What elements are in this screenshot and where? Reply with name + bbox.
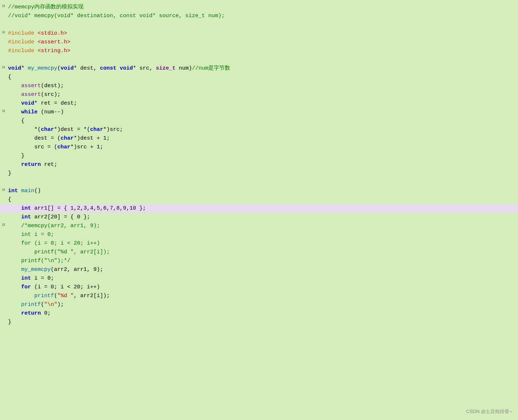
line-content-26: /*memcpy(arr2, arr1, 9); [7,222,514,230]
line-content-25: int arr2[20] = { 0 }; [7,213,514,222]
line-content-23: { [7,195,514,204]
code-line-22: int main() [0,187,518,195]
line-content-21 [7,178,514,187]
code-line-19: return ret; [0,160,518,169]
code-line-14: { [0,117,518,125]
code-line-23: { [0,195,518,204]
code-line-2: //void* memcpy(void* destination, const … [0,12,518,20]
line-content-34: printf("%d ", arr2[i]); [7,292,514,300]
code-line-31: my_memcpy(arr2, arr1, 9); [0,265,518,274]
code-line-1: //memcpy内存函数的模拟实现 [0,3,518,12]
fold-13[interactable] [0,108,7,115]
line-content-24: int arr1[] = { 1,2,3,4,5,6,7,8,9,10 }; [7,204,514,213]
code-line-5: #include <assert.h> [0,38,518,47]
fold-26[interactable] [0,222,7,229]
code-line-36: return 0; [0,309,518,318]
line-content-3 [7,20,514,29]
line-content-14: { [7,117,514,125]
line-content-16: dest = (char*)dest + 1; [7,134,514,143]
code-line-18: } [0,152,518,160]
code-line-33: for (i = 0; i < 20; i++) [0,283,518,292]
code-line-8: void* my_memcpy(void* dest, const void* … [0,64,518,73]
line-content-13: while (num--) [7,108,514,117]
code-line-10: assert(dest); [0,82,518,90]
line-content-11: assert(src); [7,90,514,99]
line-content-36: return 0; [7,309,514,318]
code-line-11: assert(src); [0,90,518,99]
line-content-12: void* ret = dest; [7,99,514,108]
line-content-32: int i = 0; [7,274,514,283]
code-line-37: } [0,318,518,327]
line-content-31: my_memcpy(arr2, arr1, 9); [7,265,514,274]
code-line-29: printf("%d ", arr2[i]); [0,248,518,257]
line-content-37: } [7,318,514,327]
code-line-28: for (i = 0; i < 20; i++) [0,239,518,248]
line-content-19: return ret; [7,160,514,169]
code-line-35: printf("\n"); [0,300,518,309]
fold-1[interactable] [0,3,7,10]
line-content-20: } [7,169,514,178]
code-line-6: #include <string.h> [0,47,518,55]
line-content-8: void* my_memcpy(void* dest, const void* … [7,64,514,73]
code-line-34: printf("%d ", arr2[i]); [0,292,518,300]
line-content-2: //void* memcpy(void* destination, const … [7,12,514,20]
code-line-26: /*memcpy(arr2, arr1, 9); [0,222,518,230]
code-line-17: src = (char*)src + 1; [0,143,518,152]
line-content-6: #include <string.h> [7,47,514,55]
line-content-35: printf("\n"); [7,300,514,309]
line-content-29: printf("%d ", arr2[i]); [7,248,514,257]
fold-8[interactable] [0,64,7,71]
code-line-24: int arr1[] = { 1,2,3,4,5,6,7,8,9,10 }; [0,204,518,213]
code-line-27: int i = 0; [0,230,518,239]
line-content-7 [7,55,514,64]
line-content-15: *(char*)dest = *(char*)src; [7,125,514,134]
fold-22[interactable] [0,187,7,194]
code-line-7 [0,55,518,64]
line-content-28: for (i = 0; i < 20; i++) [7,239,514,248]
line-content-4: #include <stdio.h> [7,29,514,38]
code-line-32: int i = 0; [0,274,518,283]
line-content-22: int main() [7,187,514,195]
line-content-1: //memcpy内存函数的模拟实现 [7,3,514,12]
code-line-13: while (num--) [0,108,518,117]
code-line-16: dest = (char*)dest + 1; [0,134,518,143]
code-line-30: printf("\n");*/ [0,257,518,265]
line-content-27: int i = 0; [7,230,514,239]
code-line-21 [0,178,518,187]
line-content-10: assert(dest); [7,82,514,90]
line-content-33: for (i = 0; i < 20; i++) [7,283,514,292]
code-line-4: #include <stdio.h> [0,29,518,38]
line-content-5: #include <assert.h> [7,38,514,47]
code-line-3 [0,20,518,29]
watermark: CSDN @土豆炖排骨~ [466,408,512,416]
code-line-25: int arr2[20] = { 0 }; [0,213,518,222]
line-content-30: printf("\n");*/ [7,257,514,265]
code-line-20: } [0,169,518,178]
code-line-15: *(char*)dest = *(char*)src; [0,125,518,134]
line-content-18: } [7,152,514,160]
code-editor: //memcpy内存函数的模拟实现 //void* memcpy(void* d… [0,0,518,420]
line-content-17: src = (char*)src + 1; [7,143,514,152]
fold-4[interactable] [0,29,7,36]
code-line-12: void* ret = dest; [0,99,518,108]
code-line-9: { [0,73,518,82]
line-content-9: { [7,73,514,82]
